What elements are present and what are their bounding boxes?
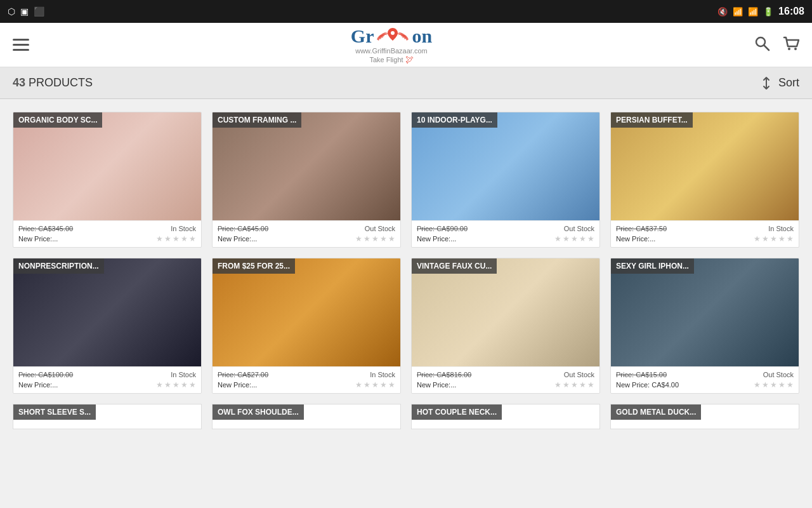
product-price: Price: CA$100.00 bbox=[18, 371, 73, 378]
star-icon: ★ bbox=[181, 234, 188, 243]
star-icon: ★ bbox=[164, 380, 171, 389]
product-new-price: New Price:... bbox=[616, 235, 655, 243]
star-icon: ★ bbox=[563, 234, 570, 243]
product-grid-bottom: SHORT SLEEVE S...OWL FOX SHOULDE...HOT C… bbox=[0, 404, 812, 429]
wifi-icon: 📶 bbox=[733, 7, 743, 17]
header: Gr on www.GriffinBazaar.com Take Flight … bbox=[0, 23, 812, 67]
star-icon: ★ bbox=[762, 380, 769, 389]
star-icon: ★ bbox=[579, 380, 586, 389]
search-button[interactable] bbox=[754, 35, 770, 55]
product-price-row: Price: CA$90.00 Out Stock bbox=[417, 225, 594, 232]
product-price-row: Price: CA$100.00 In Stock bbox=[18, 371, 196, 378]
products-label: PRODUCTS bbox=[29, 76, 93, 89]
star-icon: ★ bbox=[554, 380, 561, 389]
star-icon: ★ bbox=[156, 234, 163, 243]
svg-point-3 bbox=[788, 48, 790, 50]
product-stock: Out Stock bbox=[564, 371, 594, 378]
product-price: Price: CA$27.00 bbox=[218, 371, 268, 378]
product-image: FROM $25 FOR 25... bbox=[213, 258, 400, 366]
svg-line-2 bbox=[764, 45, 769, 50]
cart-icon bbox=[783, 35, 799, 51]
star-icon: ★ bbox=[587, 234, 594, 243]
product-new-price-row: New Price:... ★★★★★ bbox=[218, 380, 395, 389]
product-new-price: New Price:... bbox=[417, 235, 456, 243]
star-icon: ★ bbox=[355, 380, 362, 389]
product-title-bottom: HOT COUPLE NECK... bbox=[412, 404, 502, 420]
product-card[interactable]: PERSIAN BUFFET... Price: CA$37.50 In Sto… bbox=[610, 112, 799, 248]
product-new-price-row: New Price:... ★★★★★ bbox=[18, 380, 196, 389]
menu-line bbox=[13, 44, 29, 46]
sort-button[interactable]: Sort bbox=[759, 76, 799, 90]
svg-point-0 bbox=[391, 31, 395, 35]
product-price: Price: CA$816.00 bbox=[417, 371, 471, 378]
star-icon: ★ bbox=[156, 380, 163, 389]
product-image: ORGANIC BODY SC... bbox=[13, 112, 201, 220]
star-icon: ★ bbox=[554, 234, 561, 243]
product-card[interactable]: SEXY GIRL IPHON... Price: CA$15.00 Out S… bbox=[610, 258, 799, 394]
product-image: VINTAGE FAUX CU... bbox=[412, 258, 599, 366]
status-bar-right: 🔇 📶 📶 🔋 16:08 bbox=[717, 6, 804, 17]
star-icon: ★ bbox=[787, 234, 794, 243]
product-card-bottom[interactable]: GOLD METAL DUCK... bbox=[610, 404, 799, 429]
sort-label: Sort bbox=[778, 76, 799, 90]
product-card-bottom[interactable]: HOT COUPLE NECK... bbox=[411, 404, 600, 429]
header-icons bbox=[754, 35, 799, 55]
star-icon: ★ bbox=[754, 234, 761, 243]
product-info: Price: CA$15.00 Out Stock New Price: CA$… bbox=[611, 366, 799, 393]
product-new-price-row: New Price:... ★★★★★ bbox=[417, 380, 594, 389]
toolbar: 43 PRODUCTS Sort bbox=[0, 67, 812, 99]
product-stars: ★★★★★ bbox=[355, 234, 395, 243]
product-price: Price: CA$37.50 bbox=[616, 225, 667, 232]
product-image: SEXY GIRL IPHON... bbox=[611, 258, 799, 366]
product-new-price: New Price:... bbox=[218, 235, 257, 243]
product-stock: In Stock bbox=[768, 225, 794, 232]
star-icon: ★ bbox=[164, 234, 171, 243]
tagline-icon: 🕊 bbox=[405, 55, 414, 64]
product-price-row: Price: CA$345.00 In Stock bbox=[18, 225, 196, 232]
product-card[interactable]: CUSTOM FRAMING ... Price: CA$45.00 Out S… bbox=[212, 112, 401, 248]
product-card[interactable]: ORGANIC BODY SC... Price: CA$345.00 In S… bbox=[13, 112, 202, 248]
star-icon: ★ bbox=[563, 380, 570, 389]
status-bar: ⬡ ▣ ⬛ 🔇 📶 📶 🔋 16:08 bbox=[0, 0, 812, 23]
product-new-price-row: New Price:... ★★★★★ bbox=[616, 234, 794, 243]
product-stock: Out Stock bbox=[365, 225, 395, 232]
product-stars: ★★★★★ bbox=[554, 234, 594, 243]
cart-button[interactable] bbox=[783, 35, 799, 55]
product-card[interactable]: VINTAGE FAUX CU... Price: CA$816.00 Out … bbox=[411, 258, 600, 394]
sim-icon: ▣ bbox=[20, 6, 29, 17]
product-stock: In Stock bbox=[370, 371, 395, 378]
star-icon: ★ bbox=[355, 234, 362, 243]
product-card[interactable]: NONPRESCRIPTION... Price: CA$100.00 In S… bbox=[13, 258, 202, 394]
product-title: FROM $25 FOR 25... bbox=[213, 258, 295, 274]
product-image: 10 INDOOR-PLAYG... bbox=[412, 112, 599, 220]
product-new-price: New Price:... bbox=[18, 235, 58, 243]
product-stars: ★★★★★ bbox=[156, 380, 196, 389]
product-card[interactable]: FROM $25 FOR 25... Price: CA$27.00 In St… bbox=[212, 258, 401, 394]
star-icon: ★ bbox=[189, 234, 196, 243]
star-icon: ★ bbox=[571, 380, 578, 389]
product-card-bottom[interactable]: OWL FOX SHOULDE... bbox=[212, 404, 401, 429]
product-title: CUSTOM FRAMING ... bbox=[213, 112, 301, 128]
star-icon: ★ bbox=[363, 380, 370, 389]
product-stars: ★★★★★ bbox=[156, 234, 196, 243]
product-stock: Out Stock bbox=[763, 371, 794, 378]
logo: Gr on www.GriffinBazaar.com Take Flight … bbox=[351, 25, 432, 64]
product-title: SEXY GIRL IPHON... bbox=[611, 258, 694, 274]
product-title: NONPRESCRIPTION... bbox=[13, 258, 104, 274]
product-info: Price: CA$345.00 In Stock New Price:... … bbox=[13, 220, 201, 247]
product-price-row: Price: CA$37.50 In Stock bbox=[616, 225, 794, 232]
product-title: PERSIAN BUFFET... bbox=[611, 112, 693, 128]
product-new-price-row: New Price:... ★★★★★ bbox=[417, 234, 594, 243]
product-card[interactable]: 10 INDOOR-PLAYG... Price: CA$90.00 Out S… bbox=[411, 112, 600, 248]
star-icon: ★ bbox=[380, 234, 387, 243]
product-info: Price: CA$816.00 Out Stock New Price:...… bbox=[412, 366, 599, 393]
menu-button[interactable] bbox=[13, 39, 29, 51]
product-card-bottom[interactable]: SHORT SLEEVE S... bbox=[13, 404, 202, 429]
product-new-price-row: New Price:... ★★★★★ bbox=[18, 234, 196, 243]
product-info: Price: CA$100.00 In Stock New Price:... … bbox=[13, 366, 201, 393]
product-price-row: Price: CA$27.00 In Stock bbox=[218, 371, 395, 378]
product-stars: ★★★★★ bbox=[754, 234, 794, 243]
product-info: Price: CA$90.00 Out Stock New Price:... … bbox=[412, 220, 599, 247]
star-icon: ★ bbox=[579, 234, 586, 243]
product-title-bottom: OWL FOX SHOULDE... bbox=[213, 404, 304, 420]
